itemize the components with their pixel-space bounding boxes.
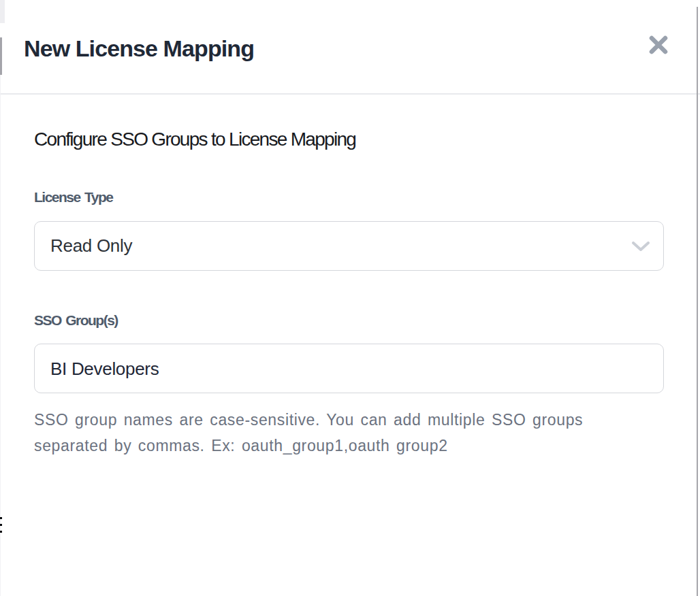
modal-header: New License Mapping [0, 0, 700, 95]
license-type-value: Read Only [50, 235, 650, 256]
background-menu-dash-2 [0, 524, 2, 526]
form-heading: Configure SSO Groups to License Mapping [34, 127, 355, 151]
sso-groups-input[interactable] [34, 344, 664, 393]
license-type-label: License Type [34, 189, 113, 205]
sso-groups-help: SSO group names are case-sensitive. You … [34, 407, 633, 459]
modal-title: New License Mapping [24, 35, 254, 62]
chevron-down-icon [632, 242, 650, 252]
sso-groups-label: SSO Group(s) [34, 312, 118, 329]
close-button[interactable] [648, 34, 669, 56]
background-edge-left-line [0, 37, 2, 75]
close-icon [648, 35, 669, 55]
background-edge-top-left [0, 0, 5, 23]
background-edge-right-line [697, 7, 698, 596]
background-menu-dash-1 [0, 517, 2, 519]
background-menu-dash-3 [0, 531, 2, 533]
license-type-select[interactable]: Read Only [34, 221, 664, 271]
